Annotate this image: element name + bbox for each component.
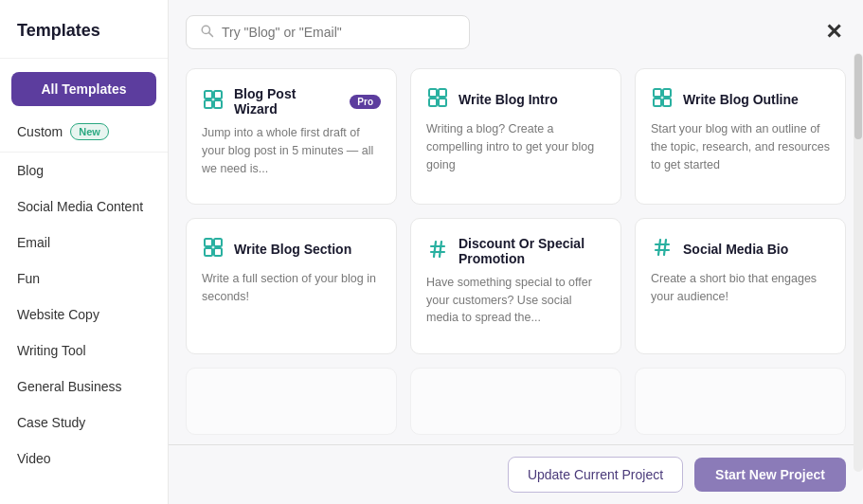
card-header: Write Blog Section xyxy=(202,236,381,262)
sidebar-item-email[interactable]: Email xyxy=(0,225,168,261)
card-title: Write Blog Outline xyxy=(683,92,799,107)
grid-icon xyxy=(651,86,674,113)
template-card-write-blog-section[interactable]: Write Blog Section Write a full section … xyxy=(186,218,397,354)
template-card-write-blog-outline[interactable]: Write Blog Outline Start your blog with … xyxy=(635,68,846,205)
card-title: Discount Or Special Promotion xyxy=(458,236,605,266)
svg-rect-12 xyxy=(654,99,661,106)
svg-rect-13 xyxy=(663,99,671,106)
main-content: ✕ Blog Post Wizard Pro Jump into a whole… xyxy=(169,0,863,504)
svg-rect-17 xyxy=(214,248,222,256)
svg-rect-15 xyxy=(214,239,222,246)
scrollbar-thumb xyxy=(854,54,862,139)
card-header: Social Media Bio xyxy=(651,236,830,262)
card-title: Blog Post Wizard xyxy=(234,86,342,117)
top-bar: ✕ xyxy=(169,0,863,59)
card-desc: Jump into a whole first draft of your bl… xyxy=(202,124,381,177)
card-title: Write Blog Intro xyxy=(458,92,558,107)
svg-line-1 xyxy=(208,32,212,36)
template-card-write-blog-intro[interactable]: Write Blog Intro Writing a blog? Create … xyxy=(410,68,621,205)
template-card-discount-special-promotion[interactable]: Discount Or Special Promotion Have somet… xyxy=(410,218,621,354)
sidebar-item-video[interactable]: Video xyxy=(0,441,168,477)
grid-icon xyxy=(426,86,449,113)
card-desc: Have something special to offer your cus… xyxy=(426,274,605,327)
sidebar-item-case-study[interactable]: Case Study xyxy=(0,405,168,441)
search-input[interactable] xyxy=(222,25,456,40)
svg-rect-9 xyxy=(439,99,446,106)
sidebar-item-website-copy[interactable]: Website Copy xyxy=(0,297,168,333)
template-card-blog-post-wizard[interactable]: Blog Post Wizard Pro Jump into a whole f… xyxy=(186,68,397,205)
card-title: Write Blog Section xyxy=(234,242,351,257)
card-header: Discount Or Special Promotion xyxy=(426,236,605,266)
grid-icon xyxy=(202,88,225,115)
svg-rect-8 xyxy=(429,99,437,106)
svg-rect-10 xyxy=(654,89,661,97)
svg-line-20 xyxy=(434,242,436,257)
sidebar-item-general-business[interactable]: General Business xyxy=(0,369,168,405)
card-desc: Write a full section of your blog in sec… xyxy=(202,270,381,306)
scrollbar-track[interactable] xyxy=(854,53,863,472)
svg-rect-4 xyxy=(205,100,212,108)
svg-rect-14 xyxy=(205,239,212,246)
hash-icon xyxy=(426,238,449,264)
start-new-project-button[interactable]: Start New Project xyxy=(694,458,846,492)
all-templates-button[interactable]: All Templates xyxy=(11,72,156,106)
svg-rect-3 xyxy=(214,91,222,99)
grid-icon xyxy=(202,236,225,262)
hash-icon xyxy=(651,236,674,262)
card-title: Social Media Bio xyxy=(683,242,788,257)
svg-line-21 xyxy=(440,242,441,257)
sidebar-title: Templates xyxy=(0,0,168,59)
card-desc: Start your blog with an outline of the t… xyxy=(651,120,830,173)
sidebar-item-social-media-content[interactable]: Social Media Content xyxy=(0,189,168,225)
template-card-placeholder-0[interactable] xyxy=(186,368,397,436)
update-current-project-button[interactable]: Update Current Project xyxy=(508,457,683,493)
svg-rect-7 xyxy=(439,89,446,97)
svg-rect-11 xyxy=(663,89,671,97)
custom-row: Custom New xyxy=(0,116,168,153)
svg-rect-16 xyxy=(205,248,212,256)
card-desc: Writing a blog? Create a compelling intr… xyxy=(426,120,605,173)
svg-rect-5 xyxy=(214,100,222,108)
template-grid: Blog Post Wizard Pro Jump into a whole f… xyxy=(169,59,863,444)
template-card-placeholder-2[interactable] xyxy=(635,368,846,436)
new-badge: New xyxy=(70,123,109,140)
template-card-social-media-bio[interactable]: Social Media Bio Create a short bio that… xyxy=(635,218,846,354)
card-desc: Create a short bio that engages your aud… xyxy=(651,270,830,306)
search-wrap xyxy=(186,15,470,49)
bottom-bar: Update Current Project Start New Project xyxy=(169,444,863,504)
search-icon xyxy=(200,24,214,41)
card-header: Blog Post Wizard Pro xyxy=(202,86,381,117)
template-card-placeholder-1[interactable] xyxy=(410,368,621,436)
svg-rect-6 xyxy=(429,89,437,97)
pro-badge: Pro xyxy=(350,95,381,109)
svg-line-25 xyxy=(664,240,666,255)
svg-line-24 xyxy=(658,240,660,255)
card-header: Write Blog Outline xyxy=(651,86,830,113)
close-button[interactable]: ✕ xyxy=(821,22,846,43)
custom-label: Custom xyxy=(17,124,63,139)
svg-rect-2 xyxy=(205,91,212,99)
sidebar-item-blog[interactable]: Blog xyxy=(0,153,168,189)
sidebar-item-fun[interactable]: Fun xyxy=(0,261,168,297)
sidebar-nav: BlogSocial Media ContentEmailFunWebsite … xyxy=(0,153,168,477)
sidebar: Templates All Templates Custom New BlogS… xyxy=(0,0,169,504)
card-header: Write Blog Intro xyxy=(426,86,605,113)
sidebar-item-writing-tool[interactable]: Writing Tool xyxy=(0,333,168,369)
